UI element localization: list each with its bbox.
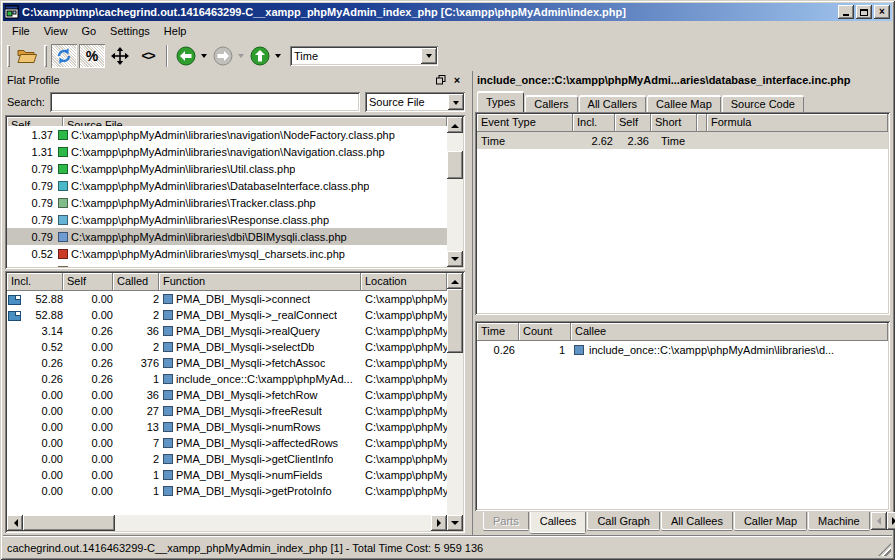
detail-bottom-tab[interactable]: Callees [530,512,587,534]
combobox-drop-button[interactable] [421,48,437,64]
scroll-up-button[interactable] [447,117,463,133]
function-row[interactable]: 52.88 0.00 2 PMA_DBI_Mysqli->_realConnec… [7,307,447,323]
column-header-incl[interactable]: Incl. [573,114,615,132]
scroll-down-button[interactable] [447,515,463,531]
menu-item[interactable]: File [5,23,37,39]
column-header-event-type[interactable]: Event Type [477,114,573,132]
column-header-called[interactable]: Called [113,273,159,291]
scroll-up-button[interactable] [447,273,463,289]
detail-tab[interactable]: Callee Map [647,95,721,112]
tab-scroll-right-button[interactable] [887,512,895,530]
function-row[interactable]: 0.00 0.00 1 PMA_DBI_Mysqli->numFields C:… [7,467,447,483]
dock-close-button[interactable]: × [449,73,465,87]
function-row[interactable]: 0.00 0.00 2 PMA_DBI_Mysqli->getClientInf… [7,451,447,467]
minimize-button[interactable] [838,5,854,19]
scroll-down-button[interactable] [447,251,463,267]
grouping-combobox[interactable]: Source File [365,92,465,112]
status-bar: cachegrind.out.1416463299-C__xampp_phpMy… [3,535,892,557]
cycle-detection-button[interactable] [51,44,77,68]
function-row[interactable]: 3.14 0.26 36 PMA_DBI_Mysqli->realQuery C… [7,323,447,339]
dock-float-button[interactable] [433,73,449,87]
detail-bottom-tab[interactable]: Machine [808,512,870,531]
dock-header[interactable]: Flat Profile × [3,71,467,89]
source-file-row[interactable]: 0.52 C:\xampp\phpMyAdmin\libraries\mysql… [7,245,447,262]
scroll-left-button[interactable] [7,515,23,531]
function-table-vscrollbar[interactable] [447,273,463,531]
column-header-time[interactable]: Time [477,323,519,341]
function-row[interactable]: 0.52 0.00 2 PMA_DBI_Mysqli->selectDb C:\… [7,339,447,355]
move-arrows-icon [111,47,129,65]
function-rows: 52.88 0.00 2 PMA_DBI_Mysqli->connect C:\… [7,291,447,499]
maximize-button[interactable] [856,5,872,19]
cost-color-icon [58,249,68,259]
detail-bottom-tab[interactable]: Parts [483,512,529,531]
scrollbar-thumb[interactable] [447,151,463,179]
function-detail-panel: include_once::C:\xampp\phpMyAdmi...aries… [472,71,892,535]
grouping-drop-button[interactable] [448,94,464,110]
scroll-right-button[interactable] [431,515,447,531]
column-header-location[interactable]: Location [361,273,447,291]
open-file-button[interactable] [14,44,40,68]
menu-item[interactable]: View [37,23,75,39]
menu-item[interactable]: Settings [103,23,157,39]
column-header-formula[interactable]: Formula [707,114,888,132]
menu-item[interactable]: Go [74,23,103,39]
menu-item[interactable]: Help [157,23,194,39]
title-bar[interactable]: C:\xampp\tmp\cachegrind.out.1416463299-C… [3,3,892,21]
source-file-row[interactable]: 0.79 C:\xampp\phpMyAdmin\libraries\Track… [7,194,447,211]
close-button[interactable]: × [874,5,890,19]
function-row[interactable]: 0.00 0.00 27 PMA_DBI_Mysqli->freeResult … [7,403,447,419]
scrollbar-thumb[interactable] [447,289,463,353]
column-header-self[interactable]: Self [63,273,113,291]
source-file-row[interactable]: 1.31 C:\xampp\phpMyAdmin\libraries\navig… [7,143,447,160]
function-row[interactable]: 52.88 0.00 2 PMA_DBI_Mysqli->connect C:\… [7,291,447,307]
back-button[interactable] [173,44,199,68]
source-table-vscrollbar[interactable] [447,117,463,267]
arrow-down-icon [451,521,459,529]
source-file-row[interactable]: 0.79 C:\xampp\phpMyAdmin\libraries\dbi\D… [7,228,447,245]
event-type-row[interactable]: Time 2.62 2.36 Time [477,132,888,149]
detail-tab[interactable]: Types [477,91,524,112]
function-row[interactable]: 0.26 0.26 376 PMA_DBI_Mysqli->fetchAssoc… [7,355,447,371]
source-file-row[interactable]: 0.79 C:\xampp\phpMyAdmin\libraries\Respo… [7,211,447,228]
detail-tab[interactable]: Source Code [722,95,804,112]
up-button[interactable] [247,44,273,68]
column-header-spacer[interactable] [697,114,707,132]
tab-scroll-left-button[interactable] [871,512,887,530]
function-row[interactable]: 0.00 0.00 36 PMA_DBI_Mysqli->fetchRow C:… [7,387,447,403]
function-table-hscrollbar[interactable] [7,515,447,531]
relative-percent-button[interactable]: % [79,44,105,68]
detail-bottom-tab[interactable]: All Callees [661,512,733,531]
column-header-incl[interactable]: Incl. [7,273,63,291]
callee-row[interactable]: 0.26 1 include_once::C:\xampp\phpMyAdmin… [477,341,888,358]
expand-areas-button[interactable] [107,44,133,68]
scrollbar-thumb[interactable] [23,515,115,531]
column-header-count[interactable]: Count [519,323,571,341]
up-dropdown-caret[interactable] [275,54,281,61]
detail-bottom-tab[interactable]: Caller Map [734,512,807,531]
detail-tab[interactable]: All Callers [579,95,647,112]
function-row[interactable]: 0.00 0.00 1 PMA_DBI_Mysqli->getProtoInfo… [7,483,447,499]
function-row[interactable]: 0.00 0.00 13 PMA_DBI_Mysqli->numRows C:\… [7,419,447,435]
source-file-row[interactable]: 0.79 C:\xampp\phpMyAdmin\libraries\Datab… [7,177,447,194]
column-header-self[interactable]: Self [615,114,651,132]
toolbar-grip[interactable] [7,45,10,67]
column-header-function[interactable]: Function [159,273,361,291]
forward-dropdown-caret[interactable] [238,54,244,61]
detail-tab[interactable]: Callers [525,95,577,112]
back-dropdown-caret[interactable] [201,54,207,61]
detail-bottom-tab[interactable]: Call Graph [587,512,660,531]
function-row[interactable]: 0.26 0.26 1 include_once::C:\xampp\phpMy… [7,371,447,387]
dock-close-icon: × [454,74,460,86]
source-file-row[interactable]: 0.52 C:\xampp\phpMyAdmin\libraries\user_… [7,262,447,267]
source-file-row[interactable]: 1.37 C:\xampp\phpMyAdmin\libraries\navig… [7,126,447,143]
forward-button[interactable] [210,44,236,68]
relative-to-parent-button[interactable]: <> [135,44,161,68]
source-file-row[interactable]: 0.79 C:\xampp\phpMyAdmin\libraries\Util.… [7,160,447,177]
event-type-combobox[interactable]: Time [290,46,438,66]
search-input[interactable] [50,92,360,112]
function-row[interactable]: 0.00 0.00 7 PMA_DBI_Mysqli->affectedRows… [7,435,447,451]
column-header-short[interactable]: Short [651,114,697,132]
toolbar-grip-2[interactable] [44,45,47,67]
column-header-callee[interactable]: Callee [571,323,888,341]
